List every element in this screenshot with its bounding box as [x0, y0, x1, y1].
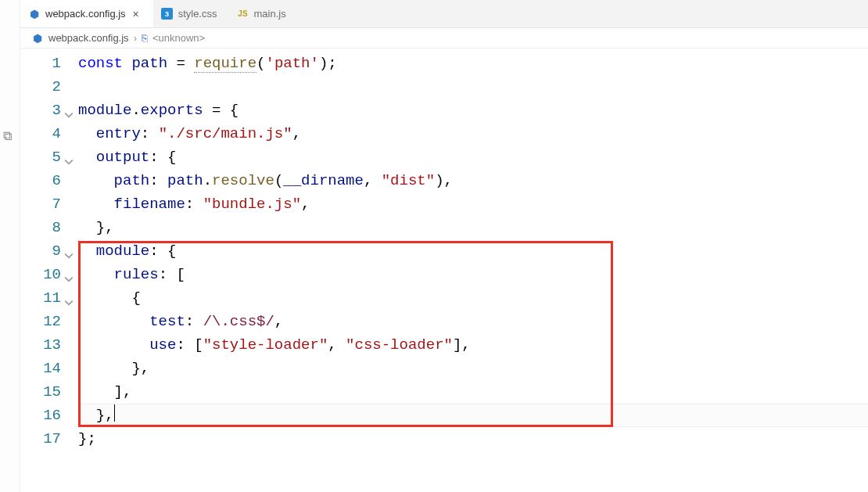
code-line[interactable]: rules: [ — [78, 263, 868, 286]
line-number[interactable]: 2 — [20, 75, 61, 99]
line-number[interactable]: 8 — [20, 216, 61, 239]
code-line[interactable]: }; — [78, 427, 868, 451]
code-line[interactable]: path: path.resolve(__dirname, "dist"), — [78, 169, 868, 192]
code-line[interactable]: }, — [78, 357, 868, 380]
code-line[interactable]: const path = require('path'); — [78, 52, 868, 75]
line-number[interactable]: 11 — [20, 286, 61, 310]
code-line[interactable] — [78, 75, 868, 99]
code-line[interactable]: module.exports = { — [78, 99, 868, 122]
tab-webpack-config[interactable]: ⬢ webpack.config.js × — [20, 0, 153, 27]
tab-main-js[interactable]: JS main.js — [228, 0, 297, 27]
code-line[interactable]: ], — [78, 380, 868, 404]
fold-chevron-icon[interactable] — [64, 292, 74, 301]
code-editor[interactable]: 1234567891011121314151617 const path = r… — [20, 48, 868, 492]
line-number[interactable]: 13 — [20, 333, 61, 357]
breadcrumb-symbol: <unknown> — [152, 32, 205, 44]
line-number[interactable]: 16 — [20, 404, 61, 427]
line-number[interactable]: 12 — [20, 310, 61, 333]
close-icon[interactable]: × — [131, 9, 142, 20]
fold-chevron-icon[interactable] — [64, 245, 74, 254]
code-line[interactable]: test: /\.css$/, — [78, 310, 868, 333]
chevron-right-icon: › — [134, 32, 137, 44]
line-number[interactable]: 17 — [20, 427, 61, 451]
tab-bar: ⬢ webpack.config.js × 3 style.css JS mai… — [20, 0, 868, 28]
symbol-icon: ⎘ — [142, 32, 148, 44]
line-number[interactable]: 4 — [20, 122, 61, 145]
line-number[interactable]: 15 — [20, 380, 61, 404]
code-line[interactable]: entry: "./src/main.js", — [78, 122, 868, 145]
fold-chevron-icon[interactable] — [64, 104, 74, 113]
tab-label: webpack.config.js — [45, 8, 126, 20]
code-content[interactable]: const path = require('path');module.expo… — [78, 52, 868, 451]
code-line[interactable]: output: { — [78, 145, 868, 169]
tab-style-css[interactable]: 3 style.css — [153, 0, 229, 27]
fold-chevron-icon[interactable] — [64, 268, 74, 278]
css-icon: 3 — [161, 8, 174, 20]
code-line[interactable]: }, — [78, 404, 868, 427]
fold-chevron-icon[interactable] — [64, 151, 74, 160]
webpack-icon: ⬢ — [31, 32, 44, 45]
text-cursor — [114, 404, 115, 422]
line-number[interactable]: 14 — [20, 357, 61, 380]
line-number[interactable]: 9 — [20, 239, 61, 263]
line-number[interactable]: 6 — [20, 169, 61, 192]
code-line[interactable]: module: { — [78, 239, 868, 263]
line-gutter[interactable]: 1234567891011121314151617 — [20, 52, 78, 451]
tab-label: main.js — [253, 8, 285, 20]
activity-bar: ⧉ — [0, 0, 20, 492]
tab-label: style.css — [178, 8, 217, 20]
collapse-icon[interactable]: ⧉ — [3, 129, 12, 143]
code-line[interactable]: { — [78, 286, 868, 310]
breadcrumb[interactable]: ⬢ webpack.config.js › ⎘ <unknown> — [20, 28, 868, 48]
js-icon: JS — [236, 8, 249, 20]
line-number[interactable]: 5 — [20, 145, 61, 169]
code-line[interactable]: }, — [78, 216, 868, 239]
line-number[interactable]: 3 — [20, 99, 61, 122]
line-number[interactable]: 7 — [20, 192, 61, 216]
code-line[interactable]: filename: "bundle.js", — [78, 192, 868, 216]
webpack-icon: ⬢ — [28, 8, 41, 20]
editor-area: ⬢ webpack.config.js × 3 style.css JS mai… — [20, 0, 868, 492]
code-line[interactable]: use: ["style-loader", "css-loader"], — [78, 333, 868, 357]
line-number[interactable]: 10 — [20, 263, 61, 286]
line-number[interactable]: 1 — [20, 52, 61, 75]
breadcrumb-file: webpack.config.js — [48, 32, 129, 44]
